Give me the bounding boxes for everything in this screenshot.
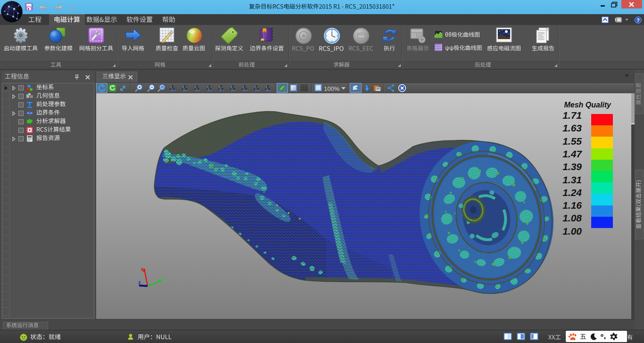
svg-text:z: z (242, 87, 244, 90)
svg-text:x: x (141, 266, 144, 272)
svg-text:x: x (170, 87, 172, 90)
svg-text:y: y (184, 84, 186, 88)
svg-text:z: z (138, 279, 141, 285)
svg-text:x: x (257, 87, 259, 90)
svg-text:y: y (208, 84, 210, 88)
svg-text:x: x (210, 87, 212, 90)
svg-text:y: y (267, 84, 269, 88)
svg-text:x: x (245, 87, 247, 90)
svg-text:z: z (173, 87, 175, 90)
svg-text:z: z (218, 87, 220, 90)
svg-text:y: y (222, 87, 223, 91)
svg-text:x: x (220, 84, 222, 88)
svg-text:x: x (268, 87, 270, 90)
svg-text:y: y (244, 84, 246, 88)
svg-text:x: x (194, 87, 196, 90)
svg-text:z: z (256, 84, 257, 88)
svg-text:z: z (206, 87, 208, 90)
svg-text:z: z (265, 87, 267, 90)
svg-text:x: x (233, 87, 235, 90)
svg-text:y: y (162, 275, 165, 280)
svg-text:x: x (185, 87, 187, 90)
svg-text:z: z (230, 87, 232, 90)
svg-text:y: y (232, 84, 234, 88)
svg-text:y: y (196, 84, 198, 88)
svg-text:y: y (172, 84, 173, 88)
svg-text:y: y (254, 87, 256, 91)
svg-text:z: z (182, 87, 184, 90)
svg-text:?: ? (636, 17, 639, 23)
svg-text:z: z (198, 87, 199, 90)
